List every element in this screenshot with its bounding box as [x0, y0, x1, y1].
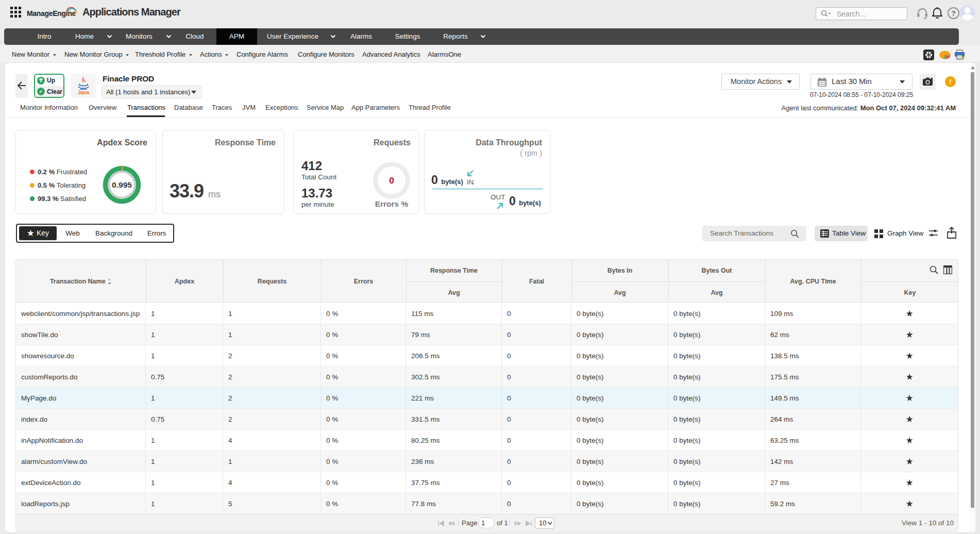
- svg-text:Java: Java: [78, 90, 90, 95]
- svg-text:0: 0: [389, 176, 394, 186]
- svg-text:?: ?: [951, 9, 956, 18]
- svg-text:0.995: 0.995: [112, 180, 132, 189]
